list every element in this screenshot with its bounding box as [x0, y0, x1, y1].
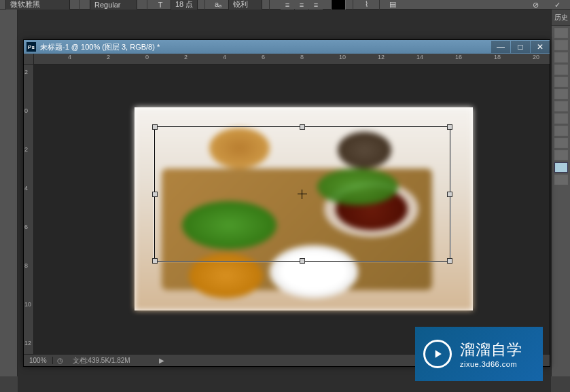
- history-panel-tab[interactable]: 历史: [552, 10, 570, 26]
- doc-info: 文档:439.5K/1.82M: [67, 356, 136, 366]
- divider: [147, 0, 147, 10]
- ruler-mark: 0: [145, 54, 149, 60]
- divider: [379, 0, 380, 10]
- divider: [269, 0, 270, 10]
- info-icon[interactable]: ◷: [53, 357, 67, 364]
- play-circle-icon: [423, 340, 452, 368]
- image-content: [135, 107, 473, 310]
- divider: [204, 0, 205, 10]
- doc-info-label: 文档:: [73, 357, 88, 364]
- ruler-corner: [24, 54, 34, 65]
- ruler-mark: 0: [24, 107, 28, 114]
- document-titlebar[interactable]: Ps 未标题-1 @ 100% (图层 3, RGB/8) * — □ ✕: [24, 40, 550, 54]
- ruler-mark: 10: [339, 54, 346, 60]
- swatch-9[interactable]: [554, 126, 568, 136]
- doc-info-value: 439.5K/1.82M: [88, 357, 130, 364]
- ruler-mark: 18: [494, 54, 501, 60]
- swatch-10[interactable]: [554, 138, 568, 148]
- close-button[interactable]: ✕: [531, 41, 550, 53]
- text-color-swatch[interactable]: [331, 0, 346, 10]
- ruler-mark: 6: [24, 224, 28, 230]
- ruler-mark: 12: [378, 54, 385, 60]
- divider: [353, 0, 353, 10]
- swatch-1[interactable]: [554, 28, 568, 38]
- watermark-title: 溜溜自学: [460, 340, 522, 360]
- swatch-6[interactable]: [554, 89, 568, 99]
- ruler-mark: 16: [455, 54, 462, 60]
- divider: [79, 0, 80, 10]
- ruler-mark: 2: [24, 146, 28, 153]
- swatch-12[interactable]: [554, 175, 568, 185]
- maximize-button[interactable]: □: [511, 41, 530, 53]
- canvas-area[interactable]: [34, 65, 550, 354]
- ruler-mark: 4: [68, 54, 71, 60]
- ruler-mark: 2: [184, 54, 188, 60]
- document-window: Ps 未标题-1 @ 100% (图层 3, RGB/8) * — □ ✕ 4 …: [23, 39, 550, 367]
- options-bar: T aₐ ≡ ≡ ≡ ⌇ ▤ ⊘ ✓: [0, 0, 570, 10]
- swatch-3[interactable]: [554, 52, 568, 63]
- horizontal-ruler[interactable]: 4 2 0 2 4 6 8 10 12 14 16 18 20: [34, 54, 550, 65]
- document-title: 未标题-1 @ 100% (图层 3, RGB/8) *: [40, 42, 160, 52]
- swatch-4[interactable]: [554, 65, 568, 75]
- ruler-mark: 2: [107, 54, 110, 60]
- canvas[interactable]: [135, 107, 473, 310]
- watermark-url: zixue.3d66.com: [460, 360, 522, 368]
- vertical-ruler[interactable]: 2 0 2 4 6 8 10 12: [24, 65, 34, 354]
- ruler-mark: 8: [24, 262, 28, 269]
- ruler-mark: 20: [533, 54, 539, 60]
- ruler-mark: 6: [262, 54, 265, 60]
- ruler-mark: 2: [24, 69, 28, 75]
- swatch-active[interactable]: [554, 162, 568, 173]
- tools-panel: [0, 10, 18, 376]
- ruler-mark: 12: [24, 340, 31, 346]
- swatch-11[interactable]: [554, 150, 568, 160]
- minimize-button[interactable]: —: [491, 41, 510, 53]
- watermark: 溜溜自学 zixue.3d66.com: [415, 327, 543, 381]
- ruler-mark: 4: [24, 185, 28, 192]
- zoom-level[interactable]: 100%: [24, 357, 53, 364]
- swatch-5[interactable]: [554, 77, 568, 87]
- right-panels: 历史: [551, 10, 570, 376]
- ps-icon: Ps: [26, 42, 36, 52]
- play-icon[interactable]: ▶: [155, 357, 168, 364]
- ruler-mark: 4: [223, 54, 226, 60]
- ruler-mark: 8: [300, 54, 304, 60]
- swatch-2[interactable]: [554, 40, 568, 50]
- ruler-mark: 10: [24, 301, 31, 308]
- swatch-7[interactable]: [554, 101, 568, 111]
- swatch-8[interactable]: [554, 113, 568, 124]
- ruler-mark: 14: [416, 54, 423, 60]
